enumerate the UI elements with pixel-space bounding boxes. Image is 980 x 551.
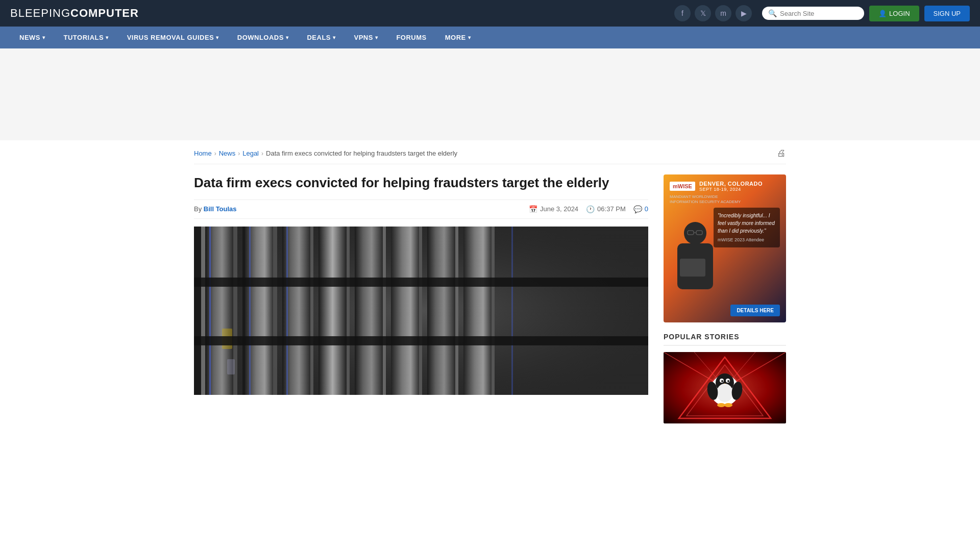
svg-rect-28 (194, 336, 648, 345)
nav-deals[interactable]: DEALS ▾ (298, 27, 345, 48)
nav-virus-removal[interactable]: VIRUS REMOVAL GUIDES ▾ (118, 27, 228, 48)
svg-rect-12 (347, 227, 350, 395)
chevron-down-icon: ▾ (468, 35, 471, 40)
sidebar-ad[interactable]: mWISE DENVER, COLORADO SEPT 18-19, 2024 … (664, 174, 786, 322)
ad-quote-source: mWISE 2023 Attendee (718, 237, 776, 244)
ad-content-area: "Incredibly insightful... I feel vastly … (670, 208, 780, 300)
site-logo[interactable]: BLEEPINGCOMPUTER (10, 7, 139, 20)
ad-organizer: MANDIANT WORLDWIDE INFORMATION SECURITY … (670, 194, 780, 205)
search-input[interactable] (780, 10, 858, 17)
breadcrumb-current: Data firm execs convicted for helping fr… (266, 149, 457, 157)
breadcrumb-sep: › (214, 150, 216, 157)
publish-time: 🕐 06:37 PM (586, 205, 626, 213)
jail-bars-svg (194, 227, 648, 395)
mastodon-icon[interactable]: m (715, 5, 731, 21)
chevron-down-icon: ▾ (106, 35, 109, 40)
comment-count-link[interactable]: 0 (645, 205, 648, 213)
svg-point-49 (717, 384, 733, 402)
svg-rect-13 (355, 227, 383, 395)
breadcrumb-news[interactable]: News (219, 149, 236, 157)
chevron-down-icon: ▾ (286, 35, 289, 40)
ad-logo-area: mWISE DENVER, COLORADO SEPT 18-19, 2024 (670, 181, 780, 192)
article-layout: Data firm execs convicted for helping fr… (194, 164, 786, 434)
svg-point-52 (717, 403, 725, 407)
chevron-down-icon: ▾ (42, 35, 45, 40)
comment-icon: 💬 (633, 205, 642, 213)
svg-rect-11 (318, 227, 347, 395)
site-header: BLEEPINGCOMPUTER f 𝕏 m ▶ 🔍 👤 LOGIN SIGN … (0, 0, 980, 27)
ad-quote: "Incredibly insightful... I feel vastly … (714, 208, 780, 248)
social-icons: f 𝕏 m ▶ (674, 5, 752, 21)
ad-details-button[interactable]: DETAILS HERE (730, 305, 780, 316)
svg-rect-24 (511, 227, 513, 395)
twitter-icon[interactable]: 𝕏 (695, 5, 711, 21)
publish-date: 📅 June 3, 2024 (529, 205, 578, 213)
article-title: Data firm execs convicted for helping fr… (194, 174, 648, 192)
chevron-down-icon: ▾ (375, 35, 378, 40)
svg-rect-19 (463, 227, 492, 395)
ad-location: DENVER, COLORADO SEPT 18-19, 2024 (699, 181, 763, 192)
nav-downloads[interactable]: DOWNLOADS ▾ (228, 27, 298, 48)
svg-rect-16 (419, 227, 422, 395)
chevron-down-icon: ▾ (216, 35, 219, 40)
svg-rect-20 (492, 227, 495, 395)
breadcrumb-home[interactable]: Home (194, 149, 212, 157)
svg-rect-21 (209, 227, 211, 395)
svg-rect-34 (680, 259, 705, 277)
popular-story-image[interactable] (664, 352, 786, 423)
breadcrumb: Home › News › Legal › Data firm execs co… (194, 149, 457, 157)
main-nav: NEWS ▾ TUTORIALS ▾ VIRUS REMOVAL GUIDES … (0, 27, 980, 48)
svg-rect-18 (455, 227, 458, 395)
svg-rect-27 (194, 278, 648, 287)
youtube-icon[interactable]: ▶ (736, 5, 752, 21)
svg-rect-6 (242, 227, 245, 395)
print-icon[interactable]: 🖨 (777, 148, 786, 159)
comment-count-area: 💬 0 (633, 205, 648, 213)
top-ad-banner (0, 48, 980, 140)
ad-cta-area: DETAILS HERE (670, 300, 780, 316)
breadcrumb-area: Home › News › Legal › Data firm execs co… (194, 140, 786, 164)
ad-inner: mWISE DENVER, COLORADO SEPT 18-19, 2024 … (664, 174, 786, 322)
linux-story-svg (664, 352, 786, 423)
author-link[interactable]: Bill Toulas (204, 205, 237, 213)
author-byline: By Bill Toulas (194, 205, 237, 213)
breadcrumb-sep: › (238, 150, 240, 157)
article-meta: By Bill Toulas 📅 June 3, 2024 🕐 06:37 PM… (194, 199, 648, 219)
nav-forums[interactable]: FORUMS (387, 27, 435, 48)
popular-stories-section: POPULAR STORIES (664, 333, 786, 423)
svg-rect-10 (310, 227, 313, 395)
main-container: Home › News › Legal › Data firm execs co… (184, 140, 796, 434)
calendar-icon: 📅 (529, 205, 537, 213)
chevron-down-icon: ▾ (333, 35, 336, 40)
breadcrumb-legal[interactable]: Legal (242, 149, 259, 157)
nav-tutorials[interactable]: TUTORIALS ▾ (55, 27, 118, 48)
svg-rect-3 (201, 227, 205, 395)
clock-icon: 🕐 (586, 205, 595, 213)
login-button[interactable]: 👤 LOGIN (869, 6, 919, 21)
svg-rect-2 (194, 227, 201, 395)
article-sidebar: mWISE DENVER, COLORADO SEPT 18-19, 2024 … (664, 174, 786, 423)
nav-news[interactable]: NEWS ▾ (10, 27, 55, 48)
svg-point-46 (721, 380, 723, 382)
user-icon: 👤 (878, 10, 887, 17)
header-right: f 𝕏 m ▶ 🔍 👤 LOGIN SIGN UP (674, 5, 970, 21)
breadcrumb-sep: › (261, 150, 263, 157)
svg-rect-8 (273, 227, 277, 395)
svg-rect-14 (383, 227, 386, 395)
nav-vpns[interactable]: VPNS ▾ (345, 27, 387, 48)
nav-more[interactable]: MORE ▾ (436, 27, 480, 48)
signup-button[interactable]: SIGN UP (924, 6, 970, 21)
svg-point-47 (727, 380, 729, 382)
popular-stories-title: POPULAR STORIES (664, 333, 786, 346)
svg-rect-23 (286, 227, 288, 395)
article-hero-image (194, 227, 648, 395)
meta-right: 📅 June 3, 2024 🕐 06:37 PM 💬 0 (529, 205, 648, 213)
svg-rect-22 (249, 227, 251, 395)
facebook-icon[interactable]: f (674, 5, 691, 21)
svg-point-53 (724, 403, 732, 407)
search-box: 🔍 (762, 7, 864, 20)
article-main: Data firm execs convicted for helping fr… (194, 174, 648, 423)
svg-rect-17 (427, 227, 455, 395)
search-icon: 🔍 (768, 9, 777, 17)
ad-logo: mWISE (670, 182, 695, 191)
